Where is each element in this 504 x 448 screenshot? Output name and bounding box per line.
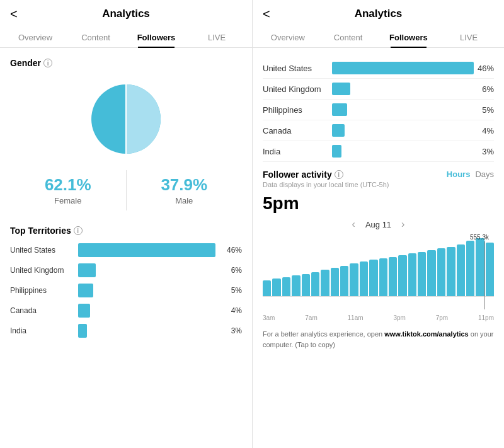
left-tabs: Overview Content Followers LIVE — [0, 28, 252, 48]
right-tabs: Overview Content Followers LIVE — [253, 28, 504, 48]
chart-bar — [350, 263, 358, 296]
country-row: United States46% — [263, 58, 494, 79]
chart-bar — [302, 274, 310, 296]
footer-text: For a better analytics experience, open … — [263, 329, 494, 350]
chart-nav: ‹ Aug 11 › — [263, 219, 494, 230]
right-tab-live[interactable]: LIVE — [438, 28, 499, 47]
left-tab-content[interactable]: Content — [66, 28, 126, 47]
territory-row: Philippines5% — [10, 284, 242, 297]
territories-section-title: Top Territories i — [10, 226, 242, 236]
male-label: Male — [132, 196, 238, 205]
right-tab-followers[interactable]: Followers — [379, 28, 439, 47]
gender-pie-chart — [85, 78, 167, 160]
territories-info-icon[interactable]: i — [74, 226, 83, 235]
country-bar-container — [332, 145, 474, 158]
right-header: < Analytics — [253, 0, 504, 28]
territory-pct: 46% — [224, 246, 242, 255]
country-bar-container — [332, 83, 474, 95]
chart-prev-button[interactable]: ‹ — [352, 219, 355, 230]
territory-bar — [78, 304, 90, 318]
country-bar-container — [332, 103, 474, 116]
country-name: Canada — [263, 126, 332, 135]
footer-link[interactable]: www.tiktok.com/analytics — [384, 330, 468, 338]
territory-row: United Kingdom6% — [10, 263, 242, 277]
country-pct: 3% — [474, 147, 494, 156]
territory-pct: 4% — [224, 306, 242, 315]
territory-bar-container — [78, 284, 215, 297]
country-bar — [332, 145, 341, 158]
left-back-button[interactable]: < — [10, 7, 18, 21]
territory-row: United States46% — [10, 243, 242, 257]
left-content: Gender i 62.1% Female 37.9% — [0, 48, 252, 448]
activity-time: 5pm — [263, 193, 494, 214]
chart-bar — [263, 280, 271, 296]
chart-bar — [466, 241, 474, 296]
chart-bar — [447, 247, 455, 296]
chart-bar — [340, 266, 348, 296]
right-tab-content[interactable]: Content — [318, 28, 379, 47]
right-back-button[interactable]: < — [263, 7, 270, 21]
female-stat: 62.1% Female — [10, 170, 126, 210]
chart-bar — [486, 243, 494, 296]
left-panel: < Analytics Overview Content Followers L… — [0, 0, 252, 448]
territories-list: United States46%United Kingdom6%Philippi… — [10, 243, 242, 338]
territory-bar-container — [78, 304, 215, 318]
activity-info-icon[interactable]: i — [335, 170, 343, 179]
chart-label: 7am — [305, 314, 317, 321]
territory-row: Canada4% — [10, 304, 242, 318]
country-row: India3% — [263, 141, 494, 162]
chart-label: 7pm — [436, 314, 448, 321]
country-row: Philippines5% — [263, 100, 494, 120]
territory-bar — [78, 284, 93, 297]
territory-bar — [78, 324, 87, 338]
territory-pct: 3% — [224, 326, 242, 335]
chart-bar — [379, 258, 387, 296]
hours-toggle[interactable]: Hours — [447, 169, 471, 179]
territory-pct: 6% — [224, 266, 242, 275]
country-bar-container — [332, 124, 474, 137]
country-name: United Kingdom — [263, 84, 332, 94]
activity-toggle: Hours Days — [447, 169, 494, 179]
territory-bar — [78, 243, 215, 257]
chart-bar — [437, 248, 445, 296]
chart-bar — [360, 261, 368, 296]
gender-stats: 62.1% Female 37.9% Male — [10, 170, 242, 210]
territory-pct: 5% — [224, 286, 242, 295]
female-label: Female — [15, 196, 121, 205]
chart-bar — [408, 253, 416, 296]
gender-pie-container — [10, 78, 242, 160]
activity-header: Follower activity i Hours Days — [263, 169, 494, 180]
chart-label: 3am — [263, 314, 275, 321]
right-title: Analytics — [355, 8, 403, 20]
country-row: United Kingdom6% — [263, 79, 494, 100]
female-pct: 62.1% — [15, 175, 121, 195]
chart-bar — [457, 244, 465, 296]
chart-next-button[interactable]: › — [401, 219, 404, 230]
territory-name: Philippines — [10, 286, 73, 295]
territory-bar-container — [78, 243, 215, 257]
territory-name: Canada — [10, 306, 73, 315]
country-bar-container — [332, 62, 474, 74]
chart-date: Aug 11 — [365, 220, 391, 229]
country-pct: 6% — [474, 84, 494, 94]
chart-label: 3pm — [393, 314, 405, 321]
territory-name: India — [10, 326, 73, 335]
country-bar — [332, 83, 350, 95]
territory-name: United Kingdom — [10, 266, 73, 275]
left-tab-followers[interactable]: Followers — [126, 28, 186, 47]
left-tab-overview[interactable]: Overview — [5, 28, 66, 47]
male-stat: 37.9% Male — [126, 170, 243, 210]
peak-label: 555.3k — [470, 234, 489, 241]
days-toggle[interactable]: Days — [475, 169, 494, 179]
chart-bar — [331, 268, 339, 296]
right-panel: < Analytics Overview Content Followers L… — [252, 0, 504, 448]
chart-bar — [282, 277, 290, 296]
chart-bar — [476, 238, 484, 296]
country-pct: 5% — [474, 105, 494, 115]
peak-line — [484, 241, 485, 309]
right-tab-overview[interactable]: Overview — [258, 28, 318, 47]
left-tab-live[interactable]: LIVE — [186, 28, 247, 47]
activity-title: Follower activity i — [263, 169, 343, 180]
gender-info-icon[interactable]: i — [43, 59, 52, 67]
chart-bar — [427, 250, 435, 296]
